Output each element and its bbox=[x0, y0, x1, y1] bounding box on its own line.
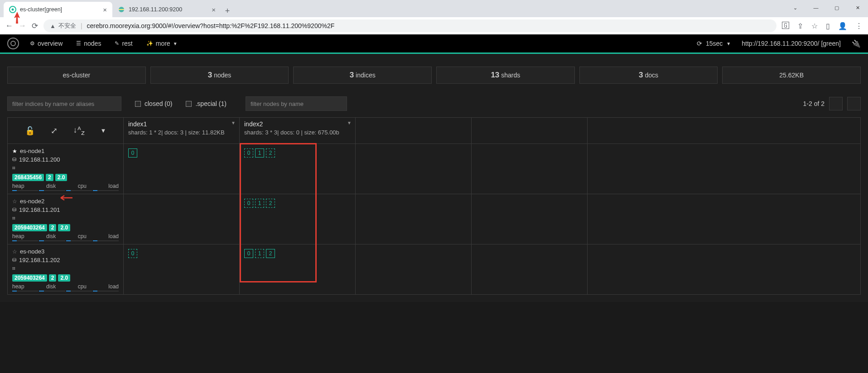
badge: 2.0 bbox=[58, 274, 70, 282]
wand-icon: ✨ bbox=[146, 40, 153, 47]
pager-prev[interactable] bbox=[829, 97, 843, 110]
stat-indices[interactable]: 3indices bbox=[293, 67, 432, 84]
checkbox-icon bbox=[186, 101, 192, 107]
pager-next[interactable] bbox=[847, 97, 861, 110]
node-name: es-node3 bbox=[20, 248, 44, 255]
host-label[interactable]: http://192.168.11.200:9200/ [green] bbox=[742, 40, 841, 47]
star-icon: ☆ bbox=[12, 198, 17, 205]
nav-rest[interactable]: ✎rest bbox=[115, 40, 132, 47]
tab-title: es-cluster[green] bbox=[20, 6, 62, 13]
window-controls: ⌄ — ▢ ✕ bbox=[785, 0, 868, 15]
disk-icon: ⛁ bbox=[12, 157, 16, 163]
address-bar: ← → ⟳ ▲ 不安全 | cerebro.mooreyxia.org:9000… bbox=[0, 17, 868, 34]
annotation-arrow bbox=[60, 194, 78, 203]
shard-cell bbox=[124, 194, 240, 244]
share-icon[interactable]: ⇪ bbox=[797, 22, 803, 30]
chevron-down-icon[interactable]: ▼ bbox=[347, 120, 352, 125]
shard[interactable]: 1 bbox=[255, 249, 264, 258]
special-checkbox[interactable]: .special (1) bbox=[186, 100, 226, 107]
chevron-down-icon[interactable]: ▼ bbox=[231, 120, 236, 125]
node-name: es-node2 bbox=[20, 198, 44, 205]
close-icon[interactable]: × bbox=[212, 6, 216, 14]
menu-icon[interactable]: ⋮ bbox=[855, 22, 863, 30]
maximize-icon[interactable]: ▢ bbox=[826, 0, 847, 15]
refresh-icon: ⟳ bbox=[697, 40, 702, 47]
checkbox-icon bbox=[135, 101, 141, 107]
close-window-icon[interactable]: ✕ bbox=[847, 0, 868, 15]
node-cell[interactable]: ★es-node1 ⛁192.168.11.200 ⌗ 26843545622.… bbox=[8, 144, 124, 194]
browser-tab[interactable]: 192.168.11.200:9200 × bbox=[112, 2, 221, 17]
shard[interactable]: 2 bbox=[266, 249, 275, 258]
pager: 1-2 of 2 bbox=[803, 97, 861, 110]
minimize-icon[interactable]: — bbox=[805, 0, 826, 15]
badge: 2 bbox=[46, 174, 53, 181]
url-input[interactable]: ▲ 不安全 | cerebro.mooreyxia.org:9000/#!/ov… bbox=[43, 19, 776, 32]
index-header[interactable]: index1shards: 1 * 2| docs: 3 | size: 11.… bbox=[124, 118, 240, 143]
svg-rect-2 bbox=[119, 9, 124, 10]
nav-more[interactable]: ✨more▼ bbox=[146, 40, 178, 47]
index-header[interactable]: index2shards: 3 * 3| docs: 0 | size: 675… bbox=[240, 118, 356, 143]
close-icon[interactable]: × bbox=[103, 6, 107, 14]
shard[interactable]: 2 bbox=[266, 199, 275, 208]
badge: 2.0 bbox=[58, 224, 70, 231]
node-ip: 192.168.11.202 bbox=[19, 257, 60, 263]
shard[interactable]: 1 bbox=[255, 199, 264, 208]
cerebro-logo-icon[interactable] bbox=[7, 38, 19, 49]
badge: 2059403264 bbox=[12, 274, 47, 282]
shard[interactable]: 2 bbox=[266, 148, 275, 158]
badge: 2 bbox=[49, 274, 57, 282]
chevron-down-icon[interactable]: ⌄ bbox=[785, 0, 805, 15]
svg-point-1 bbox=[12, 9, 14, 11]
crop-icon: ⌗ bbox=[12, 215, 15, 221]
translate-icon[interactable]: 🄶 bbox=[782, 22, 789, 30]
sort-az-icon[interactable]: ↓ᴬᴢ bbox=[73, 125, 85, 137]
node-ip: 192.168.11.200 bbox=[19, 156, 60, 163]
shard[interactable]: 0 bbox=[128, 249, 137, 258]
badge: 268435456 bbox=[12, 174, 44, 181]
tab-title: 192.168.11.200:9200 bbox=[129, 6, 182, 13]
new-tab-button[interactable]: + bbox=[221, 5, 234, 17]
shard[interactable]: 0 bbox=[244, 148, 253, 158]
stat-nodes[interactable]: 3nodes bbox=[150, 67, 289, 84]
node-row: ☆es-node2 ⛁192.168.11.201 ⌗ 205940326422… bbox=[8, 194, 860, 244]
badge: 2 bbox=[49, 224, 57, 231]
node-name: es-node1 bbox=[20, 148, 44, 154]
reader-icon[interactable]: ▯ bbox=[826, 22, 830, 30]
stat-cluster[interactable]: es-cluster bbox=[7, 67, 146, 84]
disk-icon: ⛁ bbox=[12, 207, 16, 213]
shard[interactable]: 1 bbox=[255, 148, 264, 158]
crop-icon: ⌗ bbox=[12, 265, 15, 272]
nav-nodes[interactable]: ☰nodes bbox=[76, 40, 101, 47]
plug-icon[interactable]: 🔌 bbox=[852, 39, 861, 48]
badge: 2059403264 bbox=[12, 224, 47, 231]
node-controls-cell: 🔓 ⤢ ↓ᴬᴢ ▼ bbox=[8, 118, 124, 143]
stat-shards[interactable]: 13shards bbox=[436, 67, 575, 84]
node-cell[interactable]: ☆es-node3 ⛁192.168.11.202 ⌗ 205940326422… bbox=[8, 244, 124, 294]
lock-icon[interactable]: 🔓 bbox=[25, 126, 35, 136]
nav-overview[interactable]: ⚙overview bbox=[30, 40, 63, 47]
star-icon: ☆ bbox=[12, 249, 17, 255]
app-header: ⚙overview ☰nodes ✎rest ✨more▼ ⟳15sec▼ ht… bbox=[0, 34, 868, 53]
overview-content: es-cluster 3nodes 3indices 13shards 3doc… bbox=[0, 54, 868, 302]
shard[interactable]: 0 bbox=[244, 249, 253, 258]
shard[interactable]: 0 bbox=[244, 199, 253, 208]
chevron-down-icon[interactable]: ▼ bbox=[101, 127, 106, 134]
expand-icon[interactable]: ⤢ bbox=[51, 126, 58, 136]
star-icon: ★ bbox=[12, 148, 17, 154]
security-warning[interactable]: ▲ 不安全 bbox=[50, 22, 76, 30]
bookmark-icon[interactable]: ☆ bbox=[811, 22, 818, 30]
closed-checkbox[interactable]: closed (0) bbox=[135, 100, 172, 107]
refresh-interval[interactable]: ⟳15sec▼ bbox=[697, 40, 731, 47]
profile-icon[interactable]: 👤 bbox=[838, 22, 847, 30]
reload-icon[interactable]: ⟳ bbox=[32, 21, 38, 31]
node-cell[interactable]: ☆es-node2 ⛁192.168.11.201 ⌗ 205940326422… bbox=[8, 194, 124, 244]
warning-icon: ▲ bbox=[50, 23, 56, 29]
filter-indices-input[interactable] bbox=[7, 96, 121, 111]
stat-docs[interactable]: 3docs bbox=[579, 67, 718, 84]
chevron-down-icon: ▼ bbox=[726, 41, 731, 46]
stat-size[interactable]: 25.62KB bbox=[722, 67, 861, 84]
filter-nodes-input[interactable] bbox=[246, 96, 347, 111]
node-row: ★es-node1 ⛁192.168.11.200 ⌗ 26843545622.… bbox=[8, 144, 860, 194]
tab-bar: es-cluster[green] × 192.168.11.200:9200 … bbox=[0, 0, 868, 17]
shard[interactable]: 0 bbox=[128, 148, 137, 158]
